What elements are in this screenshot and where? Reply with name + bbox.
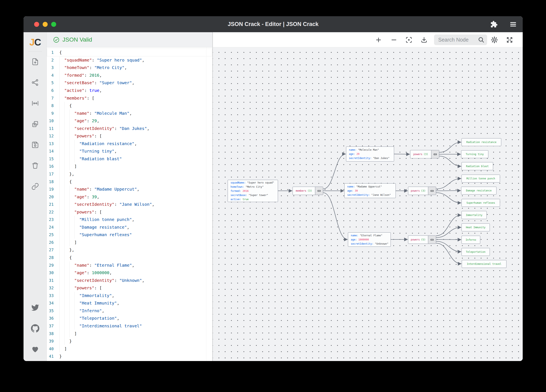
zoom-window-button[interactable] xyxy=(51,22,56,27)
code-line[interactable]: 32"powers": [ xyxy=(47,284,212,292)
graph-leaf-node[interactable]: Teleportation xyxy=(462,248,490,256)
fullscreen-icon[interactable] xyxy=(505,35,514,45)
zoom-out-icon[interactable] xyxy=(389,35,399,45)
graph-canvas[interactable]: squadName: "Super hero squad"homeTown: "… xyxy=(213,47,523,361)
download-image-icon[interactable] xyxy=(419,35,429,45)
share-link-icon[interactable] xyxy=(29,181,41,192)
jsoncrack-logo[interactable]: JC xyxy=(29,37,41,48)
code-line[interactable]: 8{ xyxy=(47,102,212,109)
code-line[interactable]: 27}, xyxy=(47,246,212,254)
code-line[interactable]: 19"name": "Madame Uppercut", xyxy=(47,185,212,193)
share-graph-icon[interactable] xyxy=(29,77,41,88)
code-line[interactable]: 38] xyxy=(47,330,212,337)
code-line[interactable]: 2"squadName": "Super hero squad", xyxy=(47,56,212,64)
code-line[interactable]: 23"Million tonne punch", xyxy=(47,216,212,223)
code-line[interactable]: 28{ xyxy=(47,254,212,261)
extensions-puzzle-icon[interactable] xyxy=(489,20,499,29)
code-line[interactable]: 29"name": "Eternal Flame", xyxy=(47,261,212,269)
indent-guide xyxy=(59,163,64,170)
code-line[interactable]: 9"name": "Molecule Man", xyxy=(47,109,212,117)
code-line[interactable]: 4"formed": 2016, xyxy=(47,71,212,79)
code-line[interactable]: 33"Immortality", xyxy=(47,292,212,299)
code-line[interactable]: 11"secretIdentity": "Dan Jukes", xyxy=(47,125,212,132)
twitter-icon[interactable] xyxy=(29,302,41,313)
indent-guide xyxy=(59,79,64,87)
code-line[interactable]: 31"secretIdentity": "Unknown", xyxy=(47,276,212,284)
code-line[interactable]: 24"Damage resistance", xyxy=(47,223,212,231)
code-line[interactable]: 17}, xyxy=(47,170,212,178)
graph-parent-node-powers-3[interactable]: powers(5) xyxy=(408,235,436,244)
code-line[interactable]: 37"Interdimensional travel" xyxy=(47,322,212,330)
code-line[interactable]: 1{ xyxy=(47,49,212,56)
code-line[interactable]: 34"Heat Immunity", xyxy=(47,299,212,307)
code-line[interactable]: 36"Teleportation", xyxy=(47,315,212,322)
focus-center-icon[interactable] xyxy=(404,35,414,45)
graph-object-node-root[interactable]: squadName: "Super hero squad"homeTown: "… xyxy=(228,180,278,202)
line-number: 6 xyxy=(47,88,59,93)
expand-link-icon[interactable] xyxy=(428,236,436,244)
graph-leaf-node[interactable]: Inferno xyxy=(462,236,480,244)
graph-parent-node-powers-1[interactable]: powers(3) xyxy=(410,150,439,158)
graph-object-node-member-madame-uppercut[interactable]: name: "Madame Uppercut"age: 39secretIden… xyxy=(344,183,396,198)
code-line[interactable]: 16] xyxy=(47,163,212,170)
code-line[interactable]: 25"Superhuman reflexes" xyxy=(47,231,212,239)
graph-object-node-member-eternal-flame[interactable]: name: "Eternal Flame"age: 1000000secretI… xyxy=(348,232,391,247)
code-line[interactable]: 7"members": [ xyxy=(47,94,212,102)
save-icon[interactable] xyxy=(29,139,41,151)
code-line[interactable]: 15"Radiation blast" xyxy=(47,155,212,163)
code-line[interactable]: 5"secretBase": "Super tower", xyxy=(47,79,212,87)
delete-trash-icon[interactable] xyxy=(29,160,41,171)
graph-leaf-node[interactable]: Million tonne punch xyxy=(462,175,500,183)
graph-leaf-node[interactable]: Interdimensional travel xyxy=(462,260,507,268)
code-line[interactable]: 10"age": 29, xyxy=(47,117,212,125)
graph-parent-node-powers-2[interactable]: powers(3) xyxy=(408,187,436,195)
line-number: 22 xyxy=(47,210,59,214)
graph-leaf-node[interactable]: Turning tiny xyxy=(461,150,488,158)
expand-link-icon[interactable] xyxy=(315,187,323,195)
indent-guide xyxy=(59,208,64,216)
code-line[interactable]: 35"Inferno", xyxy=(47,307,212,315)
line-number: 34 xyxy=(47,301,59,305)
compress-width-icon[interactable] xyxy=(29,97,41,109)
code-line[interactable]: 40] xyxy=(47,345,212,353)
code-line[interactable]: 30"age": 1000000, xyxy=(47,269,212,277)
code-line[interactable]: 14"Turning tiny", xyxy=(47,147,212,155)
code-line[interactable]: 13"Radiation resistance", xyxy=(47,140,212,148)
code-line[interactable]: 41} xyxy=(47,353,212,360)
json-code-editor[interactable]: 1{2"squadName": "Super hero squad",3"hom… xyxy=(47,47,212,361)
code-line[interactable]: 12"powers": [ xyxy=(47,132,212,140)
github-icon[interactable] xyxy=(29,322,41,334)
graph-leaf-node[interactable]: Damage resistance xyxy=(461,187,496,195)
settings-gear-icon[interactable] xyxy=(490,35,499,45)
code-line[interactable]: 3"homeTown": "Metro City", xyxy=(47,64,212,71)
graph-leaf-node[interactable]: Radiation resistance xyxy=(462,138,501,146)
indent-guide xyxy=(64,254,69,261)
expand-link-icon[interactable] xyxy=(431,150,439,158)
minimize-window-button[interactable] xyxy=(43,22,48,27)
zoom-in-icon[interactable] xyxy=(374,35,383,45)
indent-guide xyxy=(59,201,64,208)
copy-minus-icon[interactable] xyxy=(29,118,41,130)
graph-object-node-member-molecule-man[interactable]: name: "Molecule Man"age: 29secretIdentit… xyxy=(346,146,394,162)
code-line[interactable]: 6"active": true, xyxy=(47,87,212,94)
graph-edge xyxy=(439,156,461,166)
code-line[interactable]: 18{ xyxy=(47,178,212,185)
code-line[interactable]: 20"age": 39, xyxy=(47,193,212,201)
graph-leaf-node[interactable]: Heat Immunity xyxy=(462,223,490,231)
sponsor-heart-icon[interactable] xyxy=(29,343,41,355)
search-icon[interactable] xyxy=(478,36,485,43)
graph-parent-node-members[interactable]: members(3) xyxy=(292,187,323,195)
graph-leaf-node[interactable]: Radiation blast xyxy=(462,162,493,170)
indent-guide xyxy=(64,117,69,125)
graph-leaf-node[interactable]: Superhuman reflexes xyxy=(462,199,500,207)
code-line[interactable]: 26] xyxy=(47,239,212,246)
code-line[interactable]: 22"powers": [ xyxy=(47,208,212,216)
code-line[interactable]: 39} xyxy=(47,337,212,345)
expand-link-icon[interactable] xyxy=(428,187,436,195)
close-window-button[interactable] xyxy=(34,22,39,27)
menu-hamburger-icon[interactable] xyxy=(508,20,518,29)
code-line[interactable]: 21"secretIdentity": "Jane Wilson", xyxy=(47,201,212,208)
new-file-icon[interactable] xyxy=(29,56,41,68)
indent-guide xyxy=(64,193,69,201)
graph-leaf-node[interactable]: Immortality xyxy=(462,211,487,219)
